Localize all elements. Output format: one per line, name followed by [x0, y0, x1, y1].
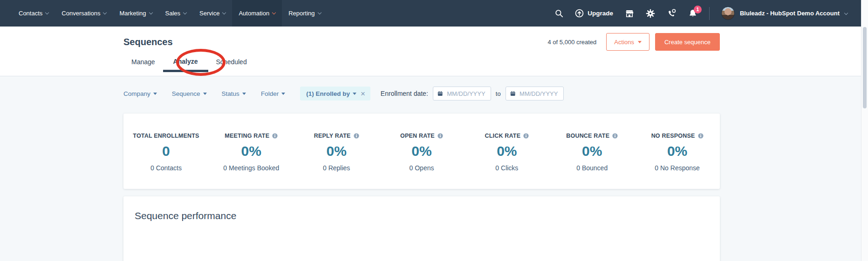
- create-sequence-button[interactable]: Create sequence: [655, 33, 720, 51]
- stat-sublabel: 0 Clicks: [464, 164, 549, 172]
- marketplace-icon[interactable]: [625, 9, 634, 18]
- nav-menu: Contacts Conversations Marketing Sales S…: [12, 0, 328, 27]
- filter-status[interactable]: Status: [222, 90, 246, 97]
- stat-value: 0%: [464, 143, 549, 159]
- stats-summary-card: TOTAL ENROLLMENTS 0 0 Contacts MEETING R…: [123, 114, 720, 189]
- nav-item-sales[interactable]: Sales: [159, 0, 193, 27]
- nav-item-reporting[interactable]: Reporting: [282, 0, 327, 27]
- chevron-down-icon: [149, 10, 152, 14]
- caret-down-icon: [281, 93, 285, 95]
- stat-title: CLICK RATE: [485, 133, 520, 139]
- filter-company[interactable]: Company: [123, 90, 157, 97]
- nav-item-label: Sales: [165, 10, 181, 17]
- info-icon[interactable]: [354, 133, 359, 139]
- tab-bar: Manage Analyze Scheduled: [123, 58, 868, 72]
- nav-item-contacts[interactable]: Contacts: [12, 0, 55, 27]
- sequence-performance-card: Sequence performance: [123, 196, 720, 261]
- info-icon[interactable]: [437, 133, 443, 139]
- filter-chip-enrolled-by-dropdown[interactable]: (1) Enrolled by: [306, 90, 356, 97]
- chevron-down-icon: [272, 10, 276, 14]
- scrollbar-thumb[interactable]: [863, 27, 867, 108]
- actions-button-label: Actions: [614, 39, 634, 46]
- tab-analyze[interactable]: Analyze: [163, 58, 208, 72]
- stat-reply-rate: REPLY RATE 0% 0 Replies: [294, 133, 379, 172]
- settings-icon[interactable]: [646, 9, 655, 18]
- info-icon[interactable]: [523, 133, 529, 139]
- scrollbar[interactable]: [861, 0, 868, 261]
- enrollment-date-to-field[interactable]: [506, 87, 564, 100]
- stat-value: 0%: [635, 143, 720, 159]
- calendar-icon: [437, 90, 443, 97]
- upgrade-label: Upgrade: [588, 10, 613, 17]
- search-icon[interactable]: [555, 9, 563, 18]
- enrollment-date-to-input[interactable]: [519, 90, 559, 98]
- info-icon[interactable]: [698, 133, 704, 139]
- stat-title: MEETING RATE: [225, 133, 269, 139]
- filter-folder[interactable]: Folder: [261, 90, 285, 97]
- chevron-down-icon: [183, 10, 187, 14]
- enrollment-date-from-field[interactable]: [433, 87, 491, 100]
- stat-no-response: NO RESPONSE 0% 0 No Response: [635, 133, 720, 172]
- calls-icon[interactable]: [667, 8, 677, 18]
- stat-sublabel: 0 Meetings Booked: [209, 164, 294, 172]
- stat-total-enrollments: TOTAL ENROLLMENTS 0 0 Contacts: [123, 133, 209, 172]
- nav-item-conversations[interactable]: Conversations: [55, 0, 113, 27]
- stat-bounce-rate: BOUNCE RATE 0% 0 Bounced: [549, 133, 635, 172]
- stat-title: NO RESPONSE: [651, 133, 695, 139]
- chevron-down-icon: [844, 11, 848, 14]
- stat-value: 0%: [549, 143, 635, 159]
- account-menu[interactable]: Bluleadz - HubSpot Demo Account: [721, 7, 847, 20]
- stat-value: 0%: [379, 143, 465, 159]
- stat-sublabel: 0 No Response: [635, 164, 720, 172]
- stat-sublabel: 0 Opens: [379, 164, 465, 172]
- filter-sequence[interactable]: Sequence: [172, 90, 207, 97]
- account-name: Bluleadz - HubSpot Demo Account: [740, 10, 840, 17]
- remove-filter-icon[interactable]: ×: [361, 90, 365, 98]
- actions-button[interactable]: Actions: [606, 33, 649, 51]
- page-title: Sequences: [123, 37, 173, 47]
- nav-item-label: Service: [199, 10, 219, 17]
- upgrade-button[interactable]: Upgrade: [575, 9, 613, 18]
- info-icon[interactable]: [272, 133, 278, 139]
- upgrade-icon: [575, 9, 584, 18]
- stat-value: 0%: [209, 143, 294, 159]
- nav-divider: [709, 7, 710, 20]
- stat-sublabel: 0 Contacts: [123, 164, 209, 172]
- stat-title: OPEN RATE: [400, 133, 435, 139]
- stat-value: 0: [123, 143, 209, 159]
- caret-down-icon: [203, 93, 207, 95]
- chevron-down-icon: [45, 10, 49, 14]
- filter-label: Folder: [261, 90, 279, 97]
- notification-badge[interactable]: 1: [694, 6, 702, 13]
- nav-item-label: Conversations: [62, 10, 100, 17]
- nav-item-label: Reporting: [288, 10, 314, 17]
- date-range-to-label: to: [496, 90, 501, 97]
- info-icon[interactable]: [612, 133, 618, 139]
- enrollment-date-label: Enrollment date:: [381, 90, 428, 97]
- stat-sublabel: 0 Replies: [294, 164, 379, 172]
- nav-item-label: Marketing: [119, 10, 146, 17]
- created-count: 4 of 5,000 created: [548, 39, 597, 46]
- nav-item-marketing[interactable]: Marketing: [113, 0, 158, 27]
- chevron-down-icon: [222, 10, 226, 14]
- caret-down-icon: [638, 41, 642, 43]
- stat-sublabel: 0 Bounced: [549, 164, 635, 172]
- notifications-icon[interactable]: 1: [688, 9, 697, 18]
- page-header: Sequences 4 of 5,000 created Actions Cre…: [0, 27, 868, 76]
- calendar-icon: [510, 90, 515, 97]
- tab-scheduled[interactable]: Scheduled: [208, 58, 255, 72]
- sequence-performance-title: Sequence performance: [135, 210, 720, 221]
- chevron-down-icon: [103, 10, 107, 14]
- enrollment-date-from-input[interactable]: [446, 90, 486, 98]
- filter-bar: Company Sequence Status Folder (1) Enrol…: [123, 87, 868, 100]
- nav-right-cluster: Upgrade: [555, 7, 847, 20]
- nav-item-automation[interactable]: Automation: [232, 0, 282, 27]
- nav-item-service[interactable]: Service: [193, 0, 232, 27]
- analyze-content: Company Sequence Status Folder (1) Enrol…: [0, 76, 868, 261]
- stat-title: BOUNCE RATE: [566, 133, 609, 139]
- stat-value: 0%: [294, 143, 379, 159]
- tab-manage[interactable]: Manage: [123, 58, 163, 72]
- filter-label: Company: [123, 90, 150, 97]
- caret-down-icon: [153, 93, 157, 95]
- nav-item-label: Automation: [239, 10, 269, 17]
